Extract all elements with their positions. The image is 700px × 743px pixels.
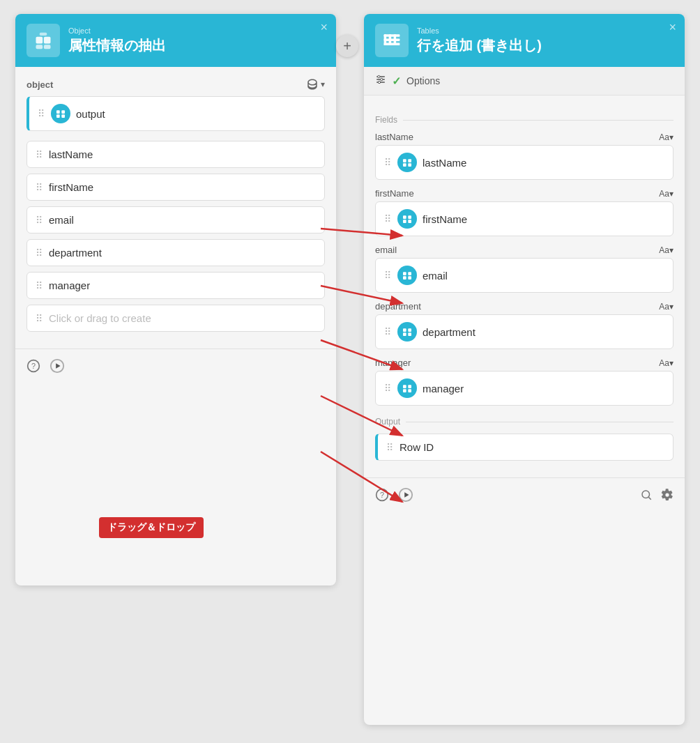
firstName-icon	[397, 209, 417, 229]
svg-marker-12	[56, 363, 60, 368]
rowId-field-row[interactable]: ⠿ Row ID	[375, 434, 674, 461]
email-right-row[interactable]: ⠿ email	[375, 258, 674, 293]
svg-rect-34	[408, 163, 411, 167]
department-type-badge[interactable]: Aa▾	[659, 302, 674, 312]
svg-rect-48	[408, 385, 411, 388]
right-panel-body: Fields lastName Aa▾ ⠿	[364, 95, 685, 477]
department-right-row[interactable]: ⠿ department	[375, 314, 674, 349]
svg-rect-8	[61, 114, 65, 118]
drag-dots: ⠿	[384, 270, 392, 281]
right-panel-footer: ?	[364, 477, 685, 512]
left-panel-header: Object 属性情報の抽出 ×	[15, 14, 336, 67]
svg-rect-39	[403, 272, 406, 275]
add-connection-button[interactable]: +	[336, 35, 358, 57]
manager-left-row[interactable]: ⠿ manager	[26, 272, 325, 299]
email-left-row[interactable]: ⠿ email	[26, 206, 325, 233]
lastName-icon	[397, 153, 417, 172]
options-label-text: Options	[406, 75, 440, 86]
firstName-field-group: firstName Aa▾ ⠿ firstName	[375, 188, 674, 236]
manager-icon	[397, 378, 417, 398]
gear-icon	[661, 489, 674, 501]
lastName-type-badge[interactable]: Aa▾	[659, 132, 674, 142]
left-panel-type: Object	[68, 26, 166, 35]
firstName-left-label: firstName	[49, 181, 93, 193]
svg-rect-23	[389, 34, 392, 45]
drag-drop-tooltip: ドラッグ＆ドロップ	[99, 517, 204, 538]
drag-dots: ⠿	[36, 149, 43, 160]
storage-icon-button[interactable]: ▾	[306, 78, 325, 91]
svg-rect-32	[408, 159, 411, 162]
svg-text:?: ?	[31, 362, 36, 370]
svg-rect-43	[403, 328, 406, 332]
right-gear-button[interactable]	[661, 489, 674, 501]
firstName-type-badge[interactable]: Aa▾	[659, 189, 674, 199]
help-icon-right: ?	[375, 488, 389, 502]
right-panel-type: Tables	[417, 26, 542, 35]
manager-left-label: manager	[49, 279, 90, 291]
lastName-right-row[interactable]: ⠿ lastName	[375, 145, 674, 180]
output-icon	[51, 104, 70, 123]
svg-rect-38	[408, 220, 411, 223]
svg-line-56	[648, 497, 650, 499]
svg-rect-1	[44, 37, 51, 44]
svg-rect-37	[403, 220, 406, 223]
firstName-left-row[interactable]: ⠿ firstName	[26, 174, 325, 201]
left-panel-footer: ?	[15, 348, 336, 383]
fields-divider-label: Fields	[375, 115, 397, 125]
svg-rect-6	[61, 110, 65, 114]
drag-dots: ⠿	[36, 215, 43, 226]
left-panel-header-text: Object 属性情報の抽出	[68, 26, 166, 55]
department-left-row[interactable]: ⠿ department	[26, 239, 325, 266]
drag-dots: ⠿	[36, 313, 43, 324]
left-panel-close-button[interactable]: ×	[320, 21, 328, 33]
lastName-left-row[interactable]: ⠿ lastName	[26, 141, 325, 168]
email-icon	[397, 266, 417, 285]
options-sliders-icon	[375, 74, 386, 88]
svg-rect-41	[403, 276, 406, 279]
help-icon: ?	[26, 359, 40, 373]
firstName-right-row[interactable]: ⠿ firstName	[375, 201, 674, 236]
right-search-button[interactable]	[640, 489, 653, 501]
manager-right-label: manager	[423, 383, 464, 395]
output-divider-label: Output	[375, 417, 400, 427]
svg-rect-4	[40, 33, 47, 36]
right-help-button[interactable]: ?	[375, 488, 389, 502]
svg-rect-22	[384, 34, 387, 45]
output-divider: Output	[375, 417, 674, 427]
right-play-button[interactable]	[397, 487, 414, 503]
email-type-badge[interactable]: Aa▾	[659, 245, 674, 255]
svg-rect-44	[408, 328, 411, 332]
fields-divider: Fields	[375, 115, 674, 125]
options-bar: ✓ Options	[364, 67, 685, 95]
lastName-group-label: lastName	[375, 132, 413, 142]
drag-dots: ⠿	[384, 383, 392, 394]
drag-dots: ⠿	[384, 213, 392, 224]
svg-rect-0	[36, 37, 43, 44]
options-check-icon: ✓	[392, 75, 401, 88]
left-play-button[interactable]	[49, 358, 66, 374]
drag-dots: ⠿	[36, 247, 43, 259]
svg-point-55	[642, 491, 650, 498]
create-placeholder-row[interactable]: ⠿ Click or drag to create	[26, 305, 325, 332]
manager-type-badge[interactable]: Aa▾	[659, 358, 674, 368]
drag-dots: ⠿	[384, 326, 392, 337]
svg-text:?: ?	[380, 491, 384, 499]
output-field-row[interactable]: ⠿ output	[26, 96, 325, 131]
department-icon	[397, 322, 417, 342]
right-panel: Tables 行を追加 (書き出し) × ✓ Options	[364, 14, 685, 725]
svg-rect-40	[408, 272, 411, 275]
lastName-right-label: lastName	[423, 157, 466, 169]
svg-rect-35	[403, 215, 406, 219]
svg-rect-45	[403, 332, 406, 336]
svg-rect-5	[56, 110, 60, 114]
drag-dots: ⠿	[38, 108, 45, 119]
left-panel-title: 属性情報の抽出	[68, 36, 166, 55]
drag-dots: ⠿	[384, 157, 392, 168]
left-panel-body: object ▾ ⠿ out	[15, 67, 336, 348]
svg-rect-24	[394, 34, 397, 45]
manager-right-row[interactable]: ⠿ manager	[375, 371, 674, 406]
email-right-label: email	[423, 270, 448, 282]
left-help-button[interactable]: ?	[26, 359, 40, 373]
right-panel-close-button[interactable]: ×	[669, 21, 676, 33]
email-field-group: email Aa▾ ⠿ email	[375, 245, 674, 293]
